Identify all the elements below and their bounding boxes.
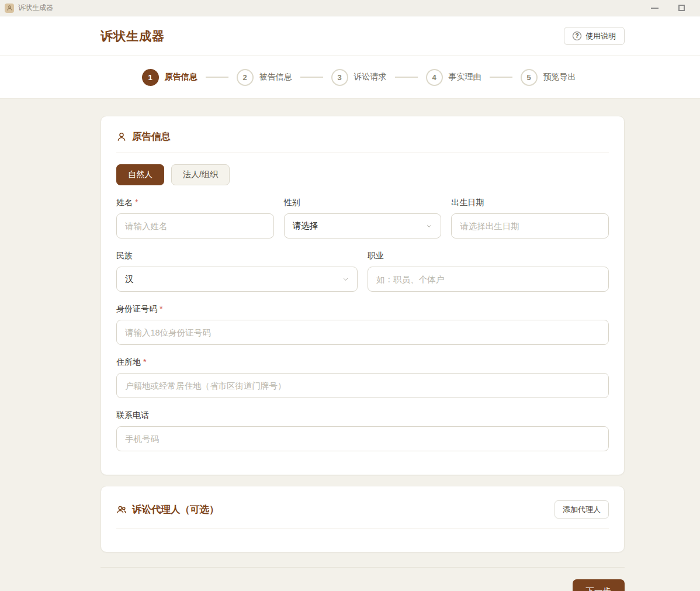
agent-card-title: 诉讼代理人（可选） <box>132 503 219 516</box>
step-plaintiff-info[interactable]: 1 原告信息 <box>142 69 197 86</box>
ethnicity-select-value: 汉 <box>125 274 134 285</box>
agent-empty-area <box>116 528 609 552</box>
window-titlebar: 诉状生成器 <box>0 0 700 16</box>
step-preview-export[interactable]: 5 预览导出 <box>521 69 576 86</box>
gender-select[interactable]: 请选择 <box>284 213 442 239</box>
stepper: 1 原告信息 2 被告信息 3 诉讼请求 4 事实理由 5 预览导出 <box>142 69 576 86</box>
app-icon <box>5 4 14 13</box>
step-connector <box>300 77 323 78</box>
step-connector <box>206 77 228 78</box>
occupation-input[interactable] <box>368 267 609 292</box>
required-mark: * <box>135 198 138 207</box>
occupation-label: 职业 <box>368 251 609 261</box>
tab-legal-entity[interactable]: 法人/组织 <box>171 164 230 185</box>
person-icon <box>116 132 127 142</box>
footer-divider <box>101 567 625 568</box>
step-label: 原告信息 <box>165 72 197 82</box>
step-label: 预览导出 <box>543 72 576 82</box>
id-number-input[interactable] <box>116 320 609 345</box>
agent-card: 诉讼代理人（可选） 添加代理人 <box>101 486 625 552</box>
required-mark: * <box>143 357 146 367</box>
step-number: 5 <box>521 69 538 86</box>
users-icon <box>116 504 127 515</box>
maximize-button[interactable] <box>678 5 685 11</box>
step-number: 4 <box>426 69 443 86</box>
step-claims[interactable]: 3 诉讼请求 <box>331 69 387 86</box>
plaintiff-info-card: 原告信息 自然人 法人/组织 姓名* 性别 <box>101 116 625 475</box>
gender-select-value: 请选择 <box>293 220 318 231</box>
ethnicity-select[interactable]: 汉 <box>116 267 358 292</box>
birthdate-label: 出生日期 <box>451 198 609 208</box>
name-label: 姓名* <box>116 198 274 208</box>
step-connector <box>490 77 512 78</box>
birthdate-input[interactable] <box>451 213 609 239</box>
id-number-label: 身份证号码* <box>116 304 609 314</box>
name-input[interactable] <box>116 213 274 239</box>
required-mark: * <box>160 304 162 313</box>
step-connector <box>395 77 418 78</box>
stepper-band: 1 原告信息 2 被告信息 3 诉讼请求 4 事实理由 5 预览导出 <box>0 56 700 99</box>
chevron-down-icon <box>426 223 432 229</box>
step-number: 1 <box>142 69 159 86</box>
ethnicity-label: 民族 <box>116 251 358 261</box>
question-circle-icon: ? <box>573 32 581 40</box>
gender-label: 性别 <box>284 198 442 208</box>
add-agent-button[interactable]: 添加代理人 <box>555 500 609 519</box>
plaintiff-card-title: 原告信息 <box>132 130 171 143</box>
address-input[interactable] <box>116 373 609 398</box>
chevron-down-icon <box>342 276 349 282</box>
phone-label: 联系电话 <box>116 410 609 421</box>
next-step-button[interactable]: 下一步 <box>573 579 625 591</box>
step-number: 2 <box>237 69 254 86</box>
minimize-button[interactable] <box>651 8 659 9</box>
help-button-label: 使用说明 <box>585 31 616 42</box>
app-header: 诉状生成器 ? 使用说明 <box>0 16 700 56</box>
page-title: 诉状生成器 <box>101 28 165 44</box>
step-label: 事实理由 <box>449 72 481 82</box>
help-button[interactable]: ? 使用说明 <box>564 27 625 45</box>
window-title: 诉状生成器 <box>18 3 53 13</box>
tab-natural-person[interactable]: 自然人 <box>116 164 164 185</box>
card-header-divider <box>116 153 609 153</box>
step-number: 3 <box>331 69 348 86</box>
step-label: 诉讼请求 <box>354 72 387 82</box>
step-facts-reasons[interactable]: 4 事实理由 <box>426 69 481 86</box>
step-defendant-info[interactable]: 2 被告信息 <box>237 69 292 86</box>
address-label: 住所地* <box>116 357 609 368</box>
phone-input[interactable] <box>116 426 609 451</box>
step-label: 被告信息 <box>259 72 292 82</box>
